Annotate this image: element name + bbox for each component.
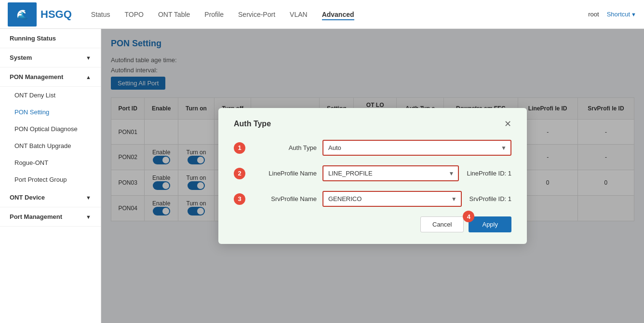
step-4-badge: 4 bbox=[463, 211, 474, 222]
apply-button[interactable]: 4 Apply bbox=[469, 216, 511, 232]
auth-type-select[interactable]: Auto Manual Password bbox=[322, 140, 511, 156]
main-content: PON Setting Autofind table age time: Aut… bbox=[101, 29, 644, 323]
sidebar-item-ont-device[interactable]: ONT Device ▼ bbox=[0, 188, 101, 207]
modal-header: Auth Type ✕ bbox=[234, 120, 511, 128]
nav-status[interactable]: Status bbox=[91, 9, 110, 20]
step-2-badge: 2 bbox=[234, 168, 245, 179]
nav-right: root Shortcut ▼ bbox=[588, 11, 636, 18]
sidebar: Running Status System ▼ PON Management ▲… bbox=[0, 29, 101, 323]
sidebar-item-pon-setting[interactable]: PON Setting bbox=[0, 104, 101, 121]
nav-shortcut[interactable]: Shortcut ▼ bbox=[607, 11, 636, 18]
cancel-button[interactable]: Cancel bbox=[420, 216, 464, 232]
line-profile-select[interactable]: LINE_PROFILE bbox=[322, 165, 459, 181]
chevron-down-icon: ▼ bbox=[86, 195, 91, 201]
line-profile-row: 2 LineProfile Name LINE_PROFILE ▼ LinePr… bbox=[234, 165, 511, 181]
auth-type-select-wrap: Auto Manual Password ▼ bbox=[322, 140, 511, 156]
sidebar-item-port-management[interactable]: Port Management ▼ bbox=[0, 207, 101, 227]
logo-icon: 🌊 bbox=[16, 9, 28, 20]
sidebar-item-pon-optical-diagnose[interactable]: PON Optical Diagnose bbox=[0, 121, 101, 137]
sidebar-item-port-protect-group[interactable]: Port Protect Group bbox=[0, 171, 101, 188]
sidebar-item-ont-deny-list[interactable]: ONT Deny List bbox=[0, 87, 101, 104]
top-navigation: 🌊 HSGQ Status TOPO ONT Table Profile Ser… bbox=[0, 0, 644, 29]
auth-type-row: 1 Auth Type Auto Manual Password ▼ bbox=[234, 140, 511, 156]
srv-profile-label: SrvProfile Name bbox=[249, 195, 317, 202]
line-profile-label: LineProfile Name bbox=[249, 170, 317, 177]
chevron-down-icon: ▼ bbox=[631, 12, 636, 17]
chevron-down-icon: ▼ bbox=[86, 214, 91, 220]
nav-topo[interactable]: TOPO bbox=[125, 9, 144, 20]
auth-type-modal: Auth Type ✕ 1 Auth Type Auto Manual Pass… bbox=[218, 108, 527, 244]
logo-area: 🌊 HSGQ bbox=[8, 2, 72, 27]
nav-profile[interactable]: Profile bbox=[204, 9, 224, 20]
line-profile-select-wrap: LINE_PROFILE ▼ bbox=[322, 165, 459, 181]
sidebar-item-pon-management[interactable]: PON Management ▲ bbox=[0, 67, 101, 87]
nav-service-port[interactable]: Service-Port bbox=[238, 9, 275, 20]
auth-type-label: Auth Type bbox=[249, 144, 317, 151]
chevron-up-icon: ▲ bbox=[86, 74, 91, 80]
srv-profile-id-label: SrvProfile ID: 1 bbox=[470, 195, 511, 202]
sidebar-item-ont-batch-upgrade[interactable]: ONT Batch Upgrade bbox=[0, 137, 101, 154]
step-1-badge: 1 bbox=[234, 142, 245, 154]
logo-text: HSGQ bbox=[40, 8, 72, 21]
line-profile-id-label: LineProfile ID: 1 bbox=[467, 170, 511, 177]
nav-links: Status TOPO ONT Table Profile Service-Po… bbox=[91, 9, 588, 20]
chevron-down-icon: ▼ bbox=[86, 55, 91, 61]
srv-profile-row: 3 SrvProfile Name GENERICO ▼ SrvProfile … bbox=[234, 191, 511, 207]
srv-profile-select[interactable]: GENERICO bbox=[322, 191, 462, 207]
main-layout: Running Status System ▼ PON Management ▲… bbox=[0, 29, 644, 323]
nav-vlan[interactable]: VLAN bbox=[290, 9, 308, 20]
sidebar-item-rogue-ont[interactable]: Rogue-ONT bbox=[0, 154, 101, 171]
srv-profile-select-wrap: GENERICO ▼ bbox=[322, 191, 462, 207]
sidebar-item-running-status[interactable]: Running Status bbox=[0, 29, 101, 48]
modal-overlay: Auth Type ✕ 1 Auth Type Auto Manual Pass… bbox=[101, 29, 644, 323]
nav-user: root bbox=[588, 11, 599, 18]
logo-box: 🌊 bbox=[8, 2, 37, 27]
modal-close-button[interactable]: ✕ bbox=[504, 120, 511, 128]
modal-actions: Cancel 4 Apply bbox=[234, 216, 511, 232]
modal-title: Auth Type bbox=[234, 120, 271, 128]
sidebar-item-system[interactable]: System ▼ bbox=[0, 48, 101, 67]
step-3-badge: 3 bbox=[234, 193, 245, 205]
nav-advanced[interactable]: Advanced bbox=[322, 9, 354, 20]
nav-ont-table[interactable]: ONT Table bbox=[158, 9, 190, 20]
